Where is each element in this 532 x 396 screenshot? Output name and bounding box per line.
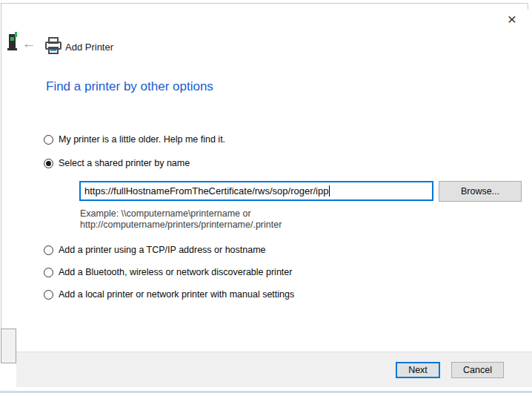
text-caret	[329, 185, 330, 197]
radio-label: Select a shared printer by name	[59, 158, 190, 168]
radio-bluetooth[interactable]	[44, 268, 53, 277]
back-arrow-icon: ←	[22, 36, 36, 51]
next-button[interactable]: Next	[396, 362, 440, 378]
radio-option-older-printer[interactable]: My printer is a little older. Help me fi…	[44, 133, 225, 145]
window-title: Add Printer	[65, 42, 113, 53]
radio-label: My printer is a little older. Help me fi…	[59, 134, 225, 145]
radio-option-bluetooth[interactable]: Add a Bluetooth, wireless or network dis…	[44, 266, 292, 278]
cancel-button[interactable]: Cancel	[451, 362, 504, 378]
radio-shared-printer[interactable]	[44, 159, 53, 168]
radio-local-printer[interactable]	[44, 290, 53, 300]
browse-button[interactable]: Browse...	[439, 181, 522, 202]
background-window-fragment	[1, 329, 16, 363]
radio-label: Add a local printer or network printer w…	[59, 289, 294, 300]
example-text: Example: \\computername\printername or h…	[80, 208, 282, 231]
example-line-1: Example: \\computername\printername or	[80, 208, 282, 220]
bottom-edge-line	[0, 391, 532, 393]
back-button[interactable]: ←	[21, 36, 37, 52]
radio-option-tcpip[interactable]: Add a printer using a TCP/IP address or …	[44, 244, 266, 256]
printer-name-input[interactable]: https://fullHostnameFromTheCertificate/r…	[79, 181, 433, 201]
window-border-left	[1, 3, 1, 363]
radio-older-printer[interactable]	[44, 135, 53, 145]
radio-label: Add a printer using a TCP/IP address or …	[59, 245, 266, 255]
printer-icon	[44, 36, 62, 57]
radio-label: Add a Bluetooth, wireless or network dis…	[59, 267, 292, 277]
device-status-icon	[7, 32, 19, 54]
radio-tcpip[interactable]	[44, 245, 53, 255]
example-line-2: http://computername/printers/printername…	[80, 220, 282, 231]
radio-option-local-printer[interactable]: Add a local printer or network printer w…	[44, 288, 294, 300]
window-border-top	[1, 3, 528, 10]
printer-name-value: https://fullHostnameFromTheCertificate/r…	[84, 185, 328, 197]
radio-option-shared-printer[interactable]: Select a shared printer by name	[44, 157, 190, 169]
close-button[interactable]: ×	[502, 10, 522, 29]
close-icon: ×	[508, 10, 516, 27]
page-title: Find a printer by other options	[46, 79, 213, 94]
add-printer-wizard: × ← Add Printer Find a printer by other …	[0, 0, 532, 396]
